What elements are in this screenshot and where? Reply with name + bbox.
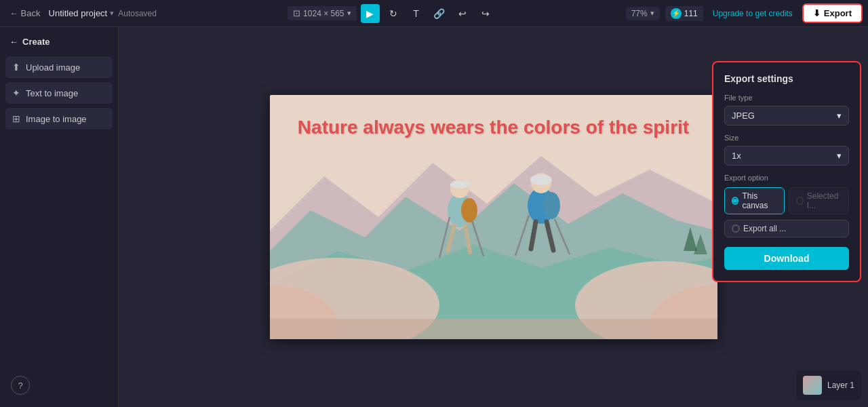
file-type-select[interactable]: JPEG ▾ [724,106,849,125]
layer-panel: Layer 1 [796,370,861,400]
sidebar-header: ← Create [5,34,113,52]
canvas-area[interactable]: Nature always wears the colors of the sp… [119,27,868,407]
export-option-label: Export option [724,174,849,182]
text-tool-button[interactable]: T [407,4,426,23]
svg-point-20 [542,192,560,219]
download-button[interactable]: Download [724,247,849,270]
radio-dot-inner [733,199,737,203]
svg-rect-8 [270,319,717,339]
credits-badge: ⚡ 111 [665,6,703,21]
layer-thumbnail [803,376,822,395]
text-image-icon: ✦ [12,88,20,98]
export-panel: Export settings File type JPEG ▾ Size 1x… [712,61,861,282]
play-tool-button[interactable]: ▶ [361,4,380,23]
svg-point-16 [450,180,469,189]
canvas-image: Nature always wears the colors of the sp… [270,95,717,339]
export-all-option[interactable]: Export all ... [724,220,849,237]
export-button[interactable]: ⬇ Export [802,3,863,23]
sidebar-item-image-to-image[interactable]: ⊞ Image to image [5,108,113,130]
size-label: Size [724,134,849,142]
sidebar-footer: ? [5,370,113,400]
create-icon: ← [9,37,18,47]
topbar-right: 77% ▾ ⚡ 111 Upgrade to get credits ⬇ Exp… [626,3,863,23]
layer-label: Layer 1 [827,381,854,390]
topbar: ← Back Untitled project ▾ Autosaved ⊡ 10… [0,0,868,27]
chevron-icon: ▾ [347,9,351,18]
redo-button[interactable]: ↪ [476,4,495,23]
sidebar-item-upload-image[interactable]: ⬆ Upload image [5,56,113,78]
radio-icon [732,197,738,205]
topbar-center: ⊡ 1024 × 565 ▾ ▶ ↻ T 🔗 ↩ ↪ [162,4,620,23]
this-canvas-option[interactable]: This canvas [724,187,785,214]
file-type-label: File type [724,94,849,102]
export-options-row: This canvas Selected I... [724,187,849,214]
back-button[interactable]: ← Back [5,5,45,21]
sidebar-item-text-to-image[interactable]: ✦ Text to image [5,82,113,104]
chevron-down-icon: ▾ [110,9,114,18]
back-label: ← Back [9,8,41,18]
radio-icon [796,197,803,205]
canvas-text-overlay: Nature always wears the colors of the sp… [270,115,717,140]
image-image-icon: ⊞ [12,113,20,124]
link-tool-button[interactable]: 🔗 [430,4,449,23]
autosaved-status: Autosaved [118,9,157,18]
upgrade-button[interactable]: Upgrade to get credits [709,7,797,20]
size-select[interactable]: 1x ▾ [724,146,849,166]
export-panel-title: Export settings [724,73,849,84]
svg-point-11 [461,198,477,222]
zoom-control[interactable]: 77% ▾ [626,7,660,20]
credits-icon: ⚡ [671,8,682,19]
help-button[interactable]: ? [11,376,30,395]
main-area: ← Create ⬆ Upload image ✦ Text to image … [0,27,868,407]
topbar-left: ← Back Untitled project ▾ Autosaved [5,5,157,21]
chevron-down-icon: ▾ [837,111,842,121]
project-name[interactable]: Untitled project ▾ [49,8,115,18]
radio-icon [732,225,740,233]
chevron-down-icon: ▾ [837,151,842,161]
upload-icon: ⬆ [12,62,20,73]
selected-items-option[interactable]: Selected I... [789,187,849,214]
sidebar: ← Create ⬆ Upload image ✦ Text to image … [0,27,119,407]
download-icon: ⬇ [813,8,821,18]
chevron-down-icon: ▾ [650,9,654,18]
svg-point-19 [530,174,552,185]
undo-button[interactable]: ↩ [453,4,472,23]
resize-icon: ⊡ [293,8,300,18]
rotate-tool-button[interactable]: ↻ [384,4,403,23]
canvas-size-control[interactable]: ⊡ 1024 × 565 ▾ [288,6,356,20]
